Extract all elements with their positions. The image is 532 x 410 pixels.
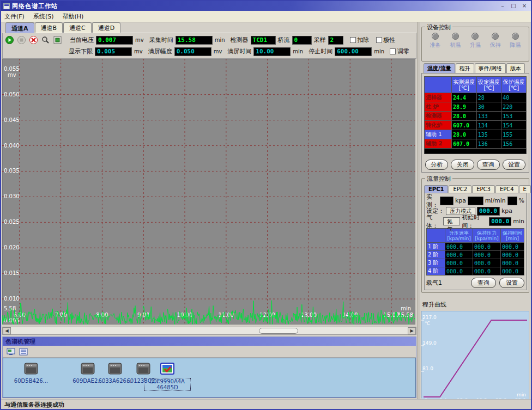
device-item[interactable]: E0F9990A4A46485D: [144, 363, 191, 391]
tab-channel-b[interactable]: 通道B: [35, 22, 63, 33]
tab-channel-d[interactable]: 通道D: [92, 22, 120, 33]
epc-tabs: EPC1 EPC2 EPC3 EPC4 E ◀ ▶: [424, 184, 527, 193]
table-row: 辅助 2607.0136156: [425, 139, 527, 149]
table-row: 辅助 128.0135155: [425, 130, 527, 139]
query-button[interactable]: 查询: [477, 160, 500, 170]
chromatograph-manager: 色谱机管理 60D5B426...609DAE2...6033A626...60…: [2, 336, 416, 398]
tab-channel-c[interactable]: 通道C: [63, 22, 92, 33]
table-row: 检测器28.0133153: [425, 112, 527, 121]
setup-button[interactable]: 设置: [503, 160, 525, 170]
tab-version[interactable]: 版本: [506, 63, 525, 73]
signal-chart[interactable]: 0.0550.0500.0450.0400.0350.0300.0250.020…: [2, 59, 416, 327]
set-pressure-unit: kpa: [501, 207, 512, 215]
table-row: 4 阶000.0000.0000.0: [427, 267, 524, 276]
detector-label: 检测器: [231, 36, 249, 44]
screen-time-label: 满屏时间: [227, 47, 251, 56]
state-lamp-icon: [471, 33, 479, 40]
menu-system[interactable]: 系统(S): [33, 13, 54, 21]
tab-channel-a[interactable]: 通道A: [5, 22, 34, 33]
abort-icon[interactable]: [29, 35, 38, 45]
svg-text:mv: mv: [8, 72, 16, 78]
program-curve-chart: 217.0149.081.0℃0.06.412.819.225.632.0min: [421, 311, 529, 399]
zoom-icon[interactable]: [41, 35, 50, 45]
measured-percent-unit: %: [519, 197, 524, 204]
flow-query-button[interactable]: 查询: [471, 278, 496, 288]
start-icon[interactable]: [5, 35, 14, 45]
menu-bar: 文件(F) 系统(S) 帮助(H): [1, 11, 531, 22]
manager-title-bar: 色谱机管理: [3, 337, 416, 346]
tab-epc1[interactable]: EPC1: [424, 185, 448, 193]
close-run-button[interactable]: 关闭: [451, 160, 474, 170]
svg-text:0.015: 0.015: [4, 270, 20, 276]
stop-time-label: 停止时间: [309, 47, 332, 56]
maximize-button[interactable]: □: [509, 3, 518, 10]
display-lower-unit: mv: [134, 48, 143, 54]
device-item[interactable]: 60D5B426...: [8, 363, 55, 384]
title-bar: 网络色谱工作站 － □ ×: [1, 1, 531, 11]
init-time-unit: min: [513, 218, 524, 225]
bridge-current-value: 0: [292, 36, 312, 45]
state-lamp-icon: [432, 33, 439, 40]
display-lower-label: 显示下限: [69, 47, 93, 56]
svg-text:0.035: 0.035: [4, 168, 20, 174]
measured-flow-value: [468, 197, 483, 205]
polarity-checkbox[interactable]: 极性: [376, 36, 396, 44]
close-button[interactable]: ×: [520, 3, 529, 10]
scroll-right-icon[interactable]: ▶: [408, 327, 416, 334]
computer-icon[interactable]: [6, 347, 15, 356]
svg-text:min: min: [517, 392, 526, 397]
window-icon[interactable]: [53, 35, 62, 45]
manager-title: 色谱机管理: [5, 338, 35, 346]
program-curve-section: 程升曲线 217.0149.081.0℃0.06.412.819.225.632…: [421, 301, 529, 399]
gas-type-button[interactable]: 氮气: [443, 217, 460, 225]
menu-help[interactable]: 帮助(H): [63, 13, 84, 21]
table-row: 3 阶000.0000.0000.0: [427, 259, 524, 267]
menu-file[interactable]: 文件(F): [4, 13, 25, 21]
tab-epc5[interactable]: E: [519, 185, 531, 193]
table-row: 1 阶000.0000.0000.0: [427, 243, 524, 251]
scrollbar-thumb[interactable]: [259, 328, 298, 334]
tab-events-network[interactable]: 事件/网络: [475, 63, 506, 73]
tab-program[interactable]: 程升: [456, 63, 474, 73]
carrier-gas-label: 载气1: [426, 279, 468, 287]
subtract-checkbox[interactable]: 扣除: [350, 36, 370, 44]
svg-text:81.0: 81.0: [422, 366, 433, 371]
list-icon[interactable]: [19, 347, 28, 356]
table-row: 2 阶000.0000.0000.0: [427, 251, 524, 259]
table-row: 转化炉607.0134154: [425, 121, 527, 130]
detector-value: TCD1: [251, 36, 276, 45]
tab-epc2[interactable]: EPC2: [449, 185, 471, 193]
acq-time-unit: min: [215, 37, 225, 43]
svg-text:0.025: 0.025: [4, 219, 20, 225]
measured-percent-value: [507, 197, 517, 205]
tab-epc4[interactable]: EPC4: [495, 185, 518, 193]
scroll-left-icon[interactable]: ◀: [3, 327, 11, 334]
svg-text:217.0: 217.0: [422, 315, 437, 320]
manager-toolbar: [3, 346, 416, 358]
init-time-value[interactable]: 000.0: [489, 217, 511, 226]
flow-setup-button[interactable]: 设置: [499, 278, 524, 288]
state-5: 降温: [506, 33, 525, 49]
svg-text:0.055: 0.055: [4, 66, 20, 72]
analyze-button[interactable]: 分析: [425, 160, 448, 170]
svg-text:149.0: 149.0: [422, 340, 437, 346]
display-lower-value: 0.005: [95, 47, 132, 56]
temperature-table: 实测温度[℃] 设定温度[℃] 保护温度[℃] 进样器24.42840 柱 炉2…: [424, 76, 527, 149]
state-lamp-icon: [452, 33, 459, 40]
current-voltage-value: 0.007: [96, 36, 133, 45]
gas-label: 气体：: [426, 213, 442, 230]
svg-text:0.050: 0.050: [4, 91, 20, 97]
stop-time-value: 600.00: [335, 47, 372, 56]
current-voltage-label: 当前电压: [70, 36, 94, 44]
flow-control-title: 流量控制: [425, 175, 452, 183]
tab-epc3[interactable]: EPC3: [472, 185, 495, 193]
chart-hscrollbar[interactable]: ◀ ▶: [2, 327, 416, 335]
state-1: 准备: [425, 33, 445, 49]
svg-text:0.040: 0.040: [4, 143, 20, 149]
tab-temp-flow[interactable]: 温度/流量: [424, 63, 455, 73]
zero-checkbox[interactable]: 调零: [390, 47, 409, 56]
stop-icon[interactable]: [17, 35, 26, 45]
state-4: 保持: [486, 33, 505, 49]
minimize-button[interactable]: －: [498, 3, 507, 10]
manager-device-area[interactable]: 60D5B426...609DAE2...6033A626...601238C2…: [3, 358, 416, 397]
